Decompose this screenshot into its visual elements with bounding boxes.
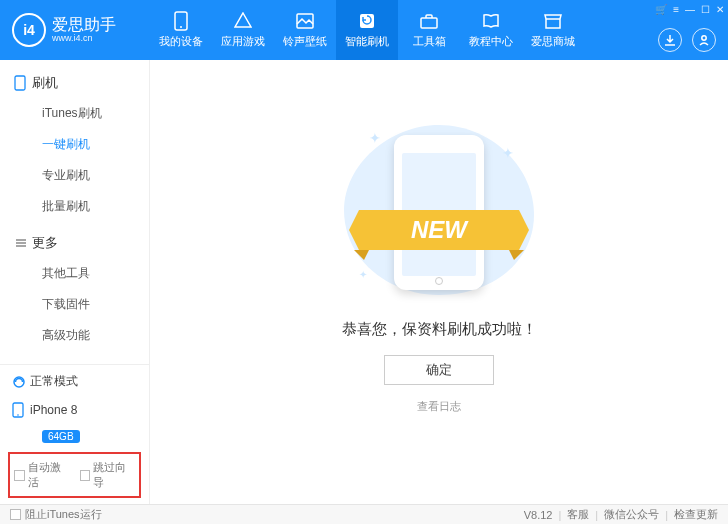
- sidebar-item-advanced[interactable]: 高级功能: [0, 320, 149, 351]
- flash-options: 自动激活 跳过向导: [8, 452, 141, 498]
- svg-point-1: [180, 26, 182, 28]
- download-button[interactable]: [658, 28, 682, 52]
- block-itunes-checkbox[interactable]: 阻止iTunes运行: [10, 507, 102, 522]
- sidebar-item-pro-flash[interactable]: 专业刷机: [0, 160, 149, 191]
- sidebar: 刷机 iTunes刷机 一键刷机 专业刷机 批量刷机 更多 其他工具 下载固件 …: [0, 60, 150, 504]
- version-label: V8.12: [524, 509, 553, 521]
- ok-button[interactable]: 确定: [384, 355, 494, 385]
- app-name: 爱思助手: [52, 17, 116, 33]
- view-log-link[interactable]: 查看日志: [417, 399, 461, 414]
- user-button[interactable]: [692, 28, 716, 52]
- sidebar-item-itunes-flash[interactable]: iTunes刷机: [0, 98, 149, 129]
- close-icon[interactable]: ✕: [716, 4, 724, 15]
- sidebar-item-download-fw[interactable]: 下载固件: [0, 289, 149, 320]
- cart-icon[interactable]: 🛒: [655, 4, 667, 15]
- header: i4 爱思助手 www.i4.cn 我的设备 应用游戏 铃声壁纸 智能刷机 工具…: [0, 0, 728, 60]
- toolbox-icon: [420, 11, 438, 31]
- nav-toolbox[interactable]: 工具箱: [398, 0, 460, 60]
- skip-guide-checkbox[interactable]: 跳过向导: [80, 460, 136, 490]
- logo-icon: i4: [12, 13, 46, 47]
- footer-link-support[interactable]: 客服: [567, 507, 589, 522]
- nav-ringtones[interactable]: 铃声壁纸: [274, 0, 336, 60]
- more-icon: [14, 236, 32, 250]
- window-controls: 🛒 ≡ — ☐ ✕: [655, 4, 724, 15]
- book-icon: [482, 11, 500, 31]
- minimize-icon[interactable]: —: [685, 4, 695, 15]
- svg-rect-6: [15, 76, 25, 90]
- sidebar-group-more[interactable]: 更多: [0, 228, 149, 258]
- sidebar-item-other-tools[interactable]: 其他工具: [0, 258, 149, 289]
- mode-icon: [12, 375, 30, 389]
- device-name: iPhone 8: [30, 403, 77, 417]
- auto-activate-checkbox[interactable]: 自动激活: [14, 460, 70, 490]
- image-icon: [296, 11, 314, 31]
- sidebar-item-batch-flash[interactable]: 批量刷机: [0, 191, 149, 222]
- success-illustration: ✦ ✦ ✦ NEW: [339, 120, 539, 300]
- success-message: 恭喜您，保资料刷机成功啦！: [342, 320, 537, 339]
- app-url: www.i4.cn: [52, 33, 116, 44]
- device-mode[interactable]: 正常模式: [0, 364, 149, 398]
- apps-icon: [234, 11, 252, 31]
- storage-badge: 64GB: [42, 430, 80, 443]
- app-logo: i4 爱思助手 www.i4.cn: [0, 13, 150, 47]
- store-icon: [544, 11, 562, 31]
- svg-point-5: [702, 36, 706, 40]
- svg-point-12: [17, 414, 19, 416]
- footer-link-update[interactable]: 检查更新: [674, 507, 718, 522]
- nav-tutorials[interactable]: 教程中心: [460, 0, 522, 60]
- nav-flash[interactable]: 智能刷机: [336, 0, 398, 60]
- refresh-icon: [358, 11, 376, 31]
- top-nav: 我的设备 应用游戏 铃声壁纸 智能刷机 工具箱 教程中心 爱思商城: [150, 0, 728, 60]
- new-ribbon-icon: NEW: [349, 200, 529, 260]
- phone-small-icon: [14, 75, 32, 91]
- svg-text:NEW: NEW: [411, 216, 469, 243]
- main-content: ✦ ✦ ✦ NEW 恭喜您，保资料刷机成功啦！ 确定 查看日志: [150, 60, 728, 504]
- device-icon: [12, 402, 30, 418]
- maximize-icon[interactable]: ☐: [701, 4, 710, 15]
- sidebar-item-oneclick-flash[interactable]: 一键刷机: [0, 129, 149, 160]
- svg-rect-4: [421, 18, 437, 28]
- nav-store[interactable]: 爱思商城: [522, 0, 584, 60]
- nav-my-device[interactable]: 我的设备: [150, 0, 212, 60]
- nav-apps[interactable]: 应用游戏: [212, 0, 274, 60]
- device-info[interactable]: iPhone 8: [0, 398, 149, 426]
- menu-icon[interactable]: ≡: [673, 4, 679, 15]
- sidebar-group-flash[interactable]: 刷机: [0, 68, 149, 98]
- phone-icon: [174, 11, 188, 31]
- footer-link-wechat[interactable]: 微信公众号: [604, 507, 659, 522]
- status-bar: 阻止iTunes运行 V8.12 | 客服 | 微信公众号 | 检查更新: [0, 504, 728, 524]
